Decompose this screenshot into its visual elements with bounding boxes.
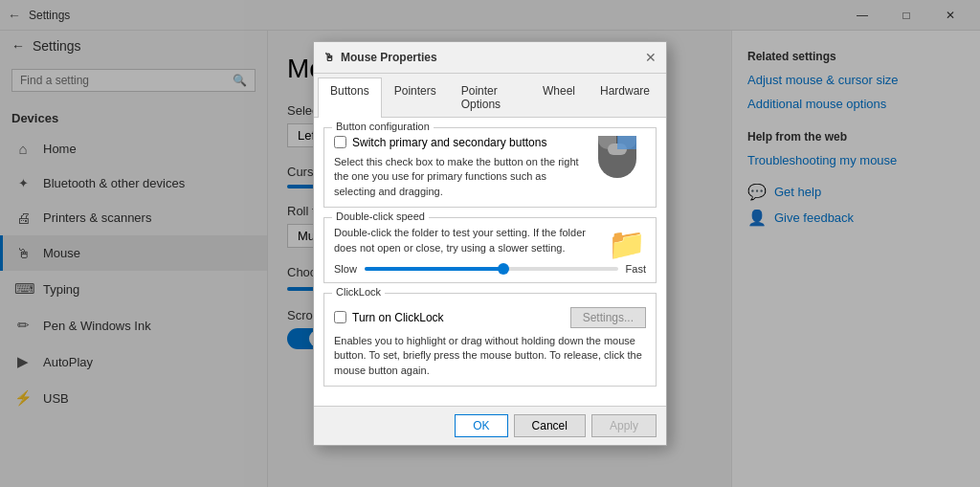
dialog-overlay: 🖱 Mouse Properties ✕ Buttons Pointers Po… xyxy=(0,0,980,487)
speed-fast-label: Fast xyxy=(626,263,646,275)
tab-hardware[interactable]: Hardware xyxy=(588,77,662,117)
switch-buttons-row: Switch primary and secondary buttons xyxy=(334,136,581,149)
dialog-footer: OK Cancel Apply xyxy=(314,406,666,445)
dialog-mouse-icon: 🖱 xyxy=(323,51,335,64)
clicklock-row: Turn on ClickLock Settings... xyxy=(334,307,646,328)
cancel-button[interactable]: Cancel xyxy=(514,414,586,437)
speed-row: Slow Fast xyxy=(334,263,646,275)
speed-thumb[interactable] xyxy=(498,263,509,275)
mouse-svg xyxy=(589,136,646,189)
double-click-desc: Double-click the folder to test your set… xyxy=(334,226,646,255)
tab-pointer-options[interactable]: Pointer Options xyxy=(449,77,530,117)
tab-buttons[interactable]: Buttons xyxy=(318,77,382,118)
test-folder-icon[interactable]: 📁 xyxy=(608,226,646,262)
speed-slow-label: Slow xyxy=(334,263,357,275)
clicklock-settings-button[interactable]: Settings... xyxy=(570,307,646,328)
double-click-section: Double-click speed 📁 Double-click the fo… xyxy=(323,217,657,283)
ok-button[interactable]: OK xyxy=(455,414,507,437)
dialog-titlebar: 🖱 Mouse Properties ✕ xyxy=(314,42,666,74)
dialog-close-button[interactable]: ✕ xyxy=(645,50,657,65)
tab-wheel[interactable]: Wheel xyxy=(530,77,588,117)
double-click-content: 📁 Double-click the folder to test your s… xyxy=(334,226,646,275)
speed-fill xyxy=(365,267,504,271)
clicklock-title: ClickLock xyxy=(332,286,385,298)
tab-pointers[interactable]: Pointers xyxy=(382,77,449,117)
clicklock-desc: Enables you to highlight or drag without… xyxy=(334,334,646,378)
mouse-image xyxy=(589,136,646,192)
switch-buttons-label[interactable]: Switch primary and secondary buttons xyxy=(352,136,546,149)
speed-slider[interactable] xyxy=(365,267,618,271)
switch-buttons-checkbox[interactable] xyxy=(334,136,346,148)
clicklock-section: ClickLock Turn on ClickLock Settings... … xyxy=(323,293,657,387)
clicklock-checkbox-row: Turn on ClickLock xyxy=(334,311,444,324)
dialog-tabs: Buttons Pointers Pointer Options Wheel H… xyxy=(314,74,666,118)
clicklock-label[interactable]: Turn on ClickLock xyxy=(352,311,444,324)
mouse-properties-dialog: 🖱 Mouse Properties ✕ Buttons Pointers Po… xyxy=(313,41,667,446)
speed-track xyxy=(365,267,618,271)
button-config-section: Button configuration xyxy=(323,127,657,208)
apply-button[interactable]: Apply xyxy=(591,414,657,437)
dialog-body: Button configuration xyxy=(314,118,666,406)
button-config-content: Switch primary and secondary buttons Sel… xyxy=(334,136,646,199)
dialog-title: Mouse Properties xyxy=(341,51,437,64)
button-config-title: Button configuration xyxy=(332,121,434,132)
double-click-title: Double-click speed xyxy=(332,210,429,222)
dialog-title-left: 🖱 Mouse Properties xyxy=(323,51,437,64)
clicklock-checkbox[interactable] xyxy=(334,311,346,323)
